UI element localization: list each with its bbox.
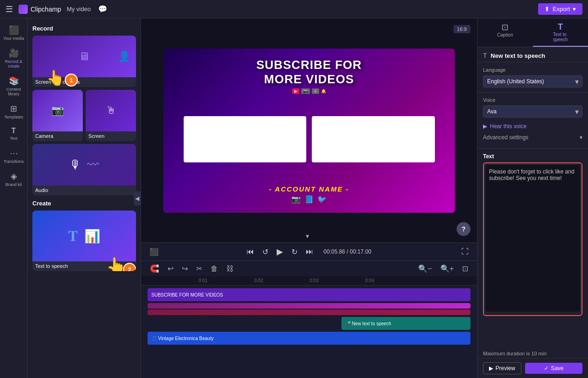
collapse-panel-button[interactable]: ◀ xyxy=(134,192,141,205)
camera-thumbnail: 📷 xyxy=(32,90,83,131)
skip-forward-button[interactable]: ⏭ xyxy=(304,247,315,257)
undo-button[interactable]: ↩ xyxy=(165,263,176,274)
sidebar-item-brand-kit[interactable]: ◈ Brand kit xyxy=(1,168,26,190)
sidebar-item-text[interactable]: T Text xyxy=(1,124,26,143)
aspect-ratio-badge: 16:9 xyxy=(453,25,470,33)
menu-icon[interactable]: ☰ xyxy=(6,4,13,14)
hear-voice-section: ▶ Hear this voice xyxy=(483,121,582,131)
ruler-mark-3: 0:03 xyxy=(286,278,342,283)
preview-play-icon: ▶ xyxy=(489,365,493,372)
help-button[interactable]: ? xyxy=(457,222,470,236)
logo-icon xyxy=(19,5,28,14)
fast-forward-button[interactable]: ↻ xyxy=(290,247,299,257)
timeline-tracks: SUBSCRIBE FOR MORE VIDEOS 🎤 New text to … xyxy=(141,285,477,349)
export-button[interactable]: ⬆ Export ▾ xyxy=(538,3,582,15)
text-to-speech-card[interactable]: 𝐓 📊 👆 2 Text to speech xyxy=(32,211,136,271)
sidebar-item-content-library[interactable]: 📚 Contentlibrary xyxy=(1,73,26,99)
time-separator: / xyxy=(347,248,350,255)
monitor-icon: 🖥 xyxy=(79,50,90,63)
track-main[interactable]: SUBSCRIBE FOR MORE VIDEOS xyxy=(148,288,470,301)
sidebar-item-templates[interactable]: ⊞ Templates xyxy=(1,101,26,122)
fit-button[interactable]: ⊡ xyxy=(460,263,470,274)
annotation-badge-1: 1 xyxy=(65,74,78,87)
time-display: 00:05.86 / 00:17.00 xyxy=(323,248,371,255)
screen-camera-card[interactable]: 🖥 👤 👆 1 Screen and camera xyxy=(32,36,136,87)
sidebar-item-transitions[interactable]: ⋯ Transitions xyxy=(1,145,26,167)
sidebar-label-templates: Templates xyxy=(4,115,23,119)
magnet-tool-button[interactable]: 🧲 xyxy=(148,263,161,274)
ruler-mark-1: 0:01 xyxy=(175,278,231,283)
hear-this-voice-button[interactable]: ▶ Hear this voice xyxy=(483,121,582,131)
screen-label: Screen xyxy=(86,131,136,141)
advanced-settings-toggle[interactable]: Advanced settings ▾ xyxy=(483,131,582,143)
total-time: 00:17.00 xyxy=(350,248,371,255)
fullscreen-button[interactable]: ⛶ xyxy=(459,247,470,257)
sidebar-item-your-media[interactable]: ⬛ Your media xyxy=(1,22,26,43)
voice-label: Voice xyxy=(483,97,582,103)
tts-header-icon: T xyxy=(483,52,487,59)
language-select[interactable]: English (United States) xyxy=(483,75,582,87)
export-chevron-icon: ▾ xyxy=(573,6,576,12)
track-music[interactable]: 🎵 Vintage Electronica Beauty xyxy=(148,332,470,345)
record-icon: 🎥 xyxy=(9,48,19,58)
sidebar-item-record-create[interactable]: 🎥 Record &create xyxy=(1,45,26,71)
right-panel-title: New text to speech xyxy=(491,52,582,59)
create-section-title: Create xyxy=(32,200,136,207)
audio-card[interactable]: 🎙 〰 Audio xyxy=(32,144,136,195)
zoom-in-button[interactable]: 🔍+ xyxy=(438,263,456,274)
zoom-out-button[interactable]: 🔍− xyxy=(416,263,434,274)
redo-button[interactable]: ↪ xyxy=(179,263,190,274)
audio-label: Audio xyxy=(32,186,136,195)
skip-back-button[interactable]: ⏮ xyxy=(245,247,256,257)
caption-tab[interactable]: ⊡ Caption xyxy=(477,19,533,47)
canvas-title-line1: SUBSCRIBE FOR xyxy=(256,58,362,72)
screen-card[interactable]: 🖱 Screen xyxy=(86,90,136,141)
detach-button[interactable]: ⛓ xyxy=(224,263,236,274)
screen-camera-label: Screen and camera xyxy=(32,77,136,87)
track-main-label: SUBSCRIBE FOR MORE VIDEOS xyxy=(151,292,223,297)
save-button[interactable]: ✓ Save xyxy=(525,363,582,374)
cut-button[interactable]: ✂ xyxy=(194,263,204,274)
ruler-mark-2: 0:02 xyxy=(231,278,286,283)
track-music-label: 🎵 Vintage Electronica Beauty xyxy=(151,336,214,341)
delete-button[interactable]: 🗑 xyxy=(208,263,220,274)
timeline-ruler: 0:01 0:02 0:03 0:04 xyxy=(141,276,477,285)
caption-toggle-button[interactable]: ⬛ xyxy=(148,247,161,257)
tts-tab[interactable]: T Text tospeech xyxy=(533,19,588,47)
canvas-title: SUBSCRIBE FOR MORE VIDEOS ▶ 📷 ♔ 🔔 xyxy=(256,58,362,94)
voice-select[interactable]: Ava xyxy=(483,105,582,118)
caption-icon: ⊡ xyxy=(501,22,508,32)
play-button[interactable]: ▶ xyxy=(275,246,285,258)
transitions-icon: ⋯ xyxy=(10,148,18,158)
canvas-background: SUBSCRIBE FOR MORE VIDEOS ▶ 📷 ♔ 🔔 xyxy=(163,49,455,213)
voice-section: Voice Ava ▶ Hear this voice Advanced set… xyxy=(477,93,588,149)
tts-tab-label: Text tospeech xyxy=(553,32,568,42)
rewind-button[interactable]: ↺ xyxy=(260,247,270,257)
preview-button[interactable]: ▶ Preview xyxy=(483,362,521,374)
screen-thumbnail: 🖱 xyxy=(86,90,136,131)
person-thumbnail: 👤 xyxy=(118,50,130,62)
tts-tab-icon: T xyxy=(558,22,563,32)
video-title[interactable]: My video xyxy=(67,6,91,12)
canvas-area: 16:9 SUBSCRIBE FOR MORE VIDEOS ▶ 📷 ♔ 🔔 xyxy=(141,19,477,242)
record-section-title: Record xyxy=(32,25,136,32)
language-section: Language English (United States) xyxy=(477,62,588,93)
text-textarea[interactable]: Please don't forget to click like and su… xyxy=(485,164,581,312)
advanced-settings-label: Advanced settings xyxy=(483,134,528,141)
canvas-content-boxes xyxy=(173,116,446,162)
track-wave2[interactable] xyxy=(148,310,470,315)
caption-label: Caption xyxy=(497,32,513,37)
camera-card[interactable]: 📷 Camera xyxy=(32,90,83,141)
canvas-title-line2: MORE VIDEOS xyxy=(256,72,362,87)
camera-label: Camera xyxy=(32,131,83,141)
canvas-collapse-button[interactable]: ▾ xyxy=(306,232,309,240)
brand-icon: ◈ xyxy=(11,171,17,181)
topbar: ☰ Clipchamp My video 💬 ⬆ Export ▾ xyxy=(0,0,588,19)
tts-thumbnail: 𝐓 📊 👆 2 xyxy=(32,211,136,261)
track-tts[interactable]: 🎤 New text to speech xyxy=(341,317,470,330)
track-wave1[interactable] xyxy=(148,303,470,309)
preview-label: Preview xyxy=(495,365,515,372)
save-check-icon: ✓ xyxy=(544,365,549,372)
save-label: Save xyxy=(551,365,563,372)
sidebar-label-transitions: Transitions xyxy=(4,159,24,164)
